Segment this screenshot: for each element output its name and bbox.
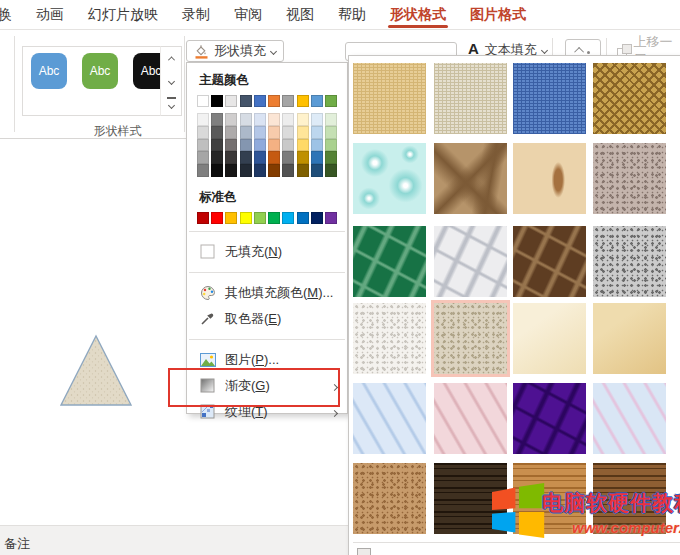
variant-color-6-4[interactable]: [282, 164, 294, 177]
variant-color-8-0[interactable]: [311, 113, 323, 126]
variant-color-7-1[interactable]: [297, 126, 309, 139]
variant-color-0-4[interactable]: [197, 164, 209, 177]
texture-tile-oak[interactable]: [513, 463, 586, 534]
texture-tile-fish-fossil[interactable]: [513, 143, 586, 214]
fill-menu-item-picture[interactable]: 图片(P)...: [187, 347, 347, 373]
variant-color-8-1[interactable]: [311, 126, 323, 139]
variant-color-9-2[interactable]: [325, 139, 337, 152]
theme-color-6[interactable]: [282, 95, 294, 107]
standard-color-2[interactable]: [225, 212, 237, 224]
texture-tile-papyrus[interactable]: [353, 63, 426, 134]
theme-color-5[interactable]: [268, 95, 280, 107]
variant-color-4-3[interactable]: [254, 151, 266, 164]
theme-color-4[interactable]: [254, 95, 266, 107]
standard-color-3[interactable]: [240, 212, 252, 224]
gallery-scroll-down-button[interactable]: [161, 70, 181, 93]
menu-tab-5[interactable]: 视图: [274, 0, 326, 30]
variant-color-2-1[interactable]: [225, 126, 237, 139]
theme-color-9[interactable]: [325, 95, 337, 107]
variant-color-8-3[interactable]: [311, 151, 323, 164]
menu-tab-4[interactable]: 审阅: [222, 0, 274, 30]
variant-color-1-3[interactable]: [211, 151, 223, 164]
theme-color-7[interactable]: [297, 95, 309, 107]
standard-color-4[interactable]: [254, 212, 266, 224]
standard-color-9[interactable]: [325, 212, 337, 224]
texture-tile-parchment[interactable]: [513, 303, 586, 374]
variant-color-8-2[interactable]: [311, 139, 323, 152]
texture-tile-woven-mat[interactable]: [593, 63, 666, 134]
texture-tile-walnut[interactable]: [434, 463, 507, 534]
variant-color-5-0[interactable]: [268, 113, 280, 126]
shape-fill-button[interactable]: 形状填充: [186, 40, 284, 62]
fill-menu-item-eyedropper[interactable]: 取色器(E): [187, 306, 347, 332]
menu-tab-0[interactable]: 换: [0, 0, 24, 30]
variant-color-9-0[interactable]: [325, 113, 337, 126]
variant-color-4-4[interactable]: [254, 164, 266, 177]
texture-tile-denim[interactable]: [513, 63, 586, 134]
texture-tile-white-marble[interactable]: [434, 226, 507, 297]
texture-tile-pink-tissue-paper[interactable]: [434, 383, 507, 454]
variant-color-7-4[interactable]: [297, 164, 309, 177]
texture-tile-cork[interactable]: [353, 463, 426, 534]
variant-color-7-3[interactable]: [297, 151, 309, 164]
texture-tile-granite[interactable]: [593, 226, 666, 297]
variant-color-1-0[interactable]: [211, 113, 223, 126]
variant-color-2-3[interactable]: [225, 151, 237, 164]
texture-tile-sand[interactable]: [593, 143, 666, 214]
shape-style-preset-1[interactable]: Abc: [82, 53, 118, 89]
variant-color-1-2[interactable]: [211, 139, 223, 152]
variant-color-2-0[interactable]: [225, 113, 237, 126]
theme-color-1[interactable]: [211, 95, 223, 107]
fill-menu-item-palette[interactable]: 其他填充颜色(M)...: [187, 280, 347, 306]
theme-color-0[interactable]: [197, 95, 209, 107]
gallery-more-button[interactable]: [161, 92, 181, 115]
variant-color-6-1[interactable]: [282, 126, 294, 139]
variant-color-7-0[interactable]: [297, 113, 309, 126]
texture-tile-water-droplets[interactable]: [353, 143, 426, 214]
menu-tab-2[interactable]: 幻灯片放映: [76, 0, 170, 30]
variant-color-6-2[interactable]: [282, 139, 294, 152]
variant-color-2-2[interactable]: [225, 139, 237, 152]
variant-color-1-1[interactable]: [211, 126, 223, 139]
triangle-shape[interactable]: [58, 333, 134, 413]
variant-color-4-1[interactable]: [254, 126, 266, 139]
variant-color-4-2[interactable]: [254, 139, 266, 152]
variant-color-1-4[interactable]: [211, 164, 223, 177]
standard-color-7[interactable]: [297, 212, 309, 224]
texture-tile-blue-tissue-paper[interactable]: [353, 383, 426, 454]
texture-tile-purple-mesh[interactable]: [513, 383, 586, 454]
gallery-scroll-up-button[interactable]: [161, 47, 181, 70]
theme-color-2[interactable]: [225, 95, 237, 107]
variant-color-0-3[interactable]: [197, 151, 209, 164]
variant-color-7-2[interactable]: [297, 139, 309, 152]
variant-color-3-3[interactable]: [240, 151, 252, 164]
texture-tile-newsprint[interactable]: [353, 303, 426, 374]
variant-color-6-3[interactable]: [282, 151, 294, 164]
variant-color-3-4[interactable]: [240, 164, 252, 177]
texture-tile-brown-marble[interactable]: [513, 226, 586, 297]
variant-color-4-0[interactable]: [254, 113, 266, 126]
fill-menu-item-no-fill[interactable]: 无填充(N): [187, 239, 347, 265]
variant-color-6-0[interactable]: [282, 113, 294, 126]
fill-menu-item-gradient[interactable]: 渐变(G): [187, 373, 347, 399]
variant-color-3-2[interactable]: [240, 139, 252, 152]
texture-tile-recycled-paper[interactable]: [434, 303, 507, 374]
variant-color-0-0[interactable]: [197, 113, 209, 126]
variant-color-0-2[interactable]: [197, 139, 209, 152]
texture-tile-paper-bag[interactable]: [434, 143, 507, 214]
variant-color-5-4[interactable]: [268, 164, 280, 177]
variant-color-0-1[interactable]: [197, 126, 209, 139]
texture-tile-green-marble[interactable]: [353, 226, 426, 297]
variant-color-8-4[interactable]: [311, 164, 323, 177]
variant-color-5-2[interactable]: [268, 139, 280, 152]
standard-color-6[interactable]: [282, 212, 294, 224]
standard-color-0[interactable]: [197, 212, 209, 224]
menu-tab-1[interactable]: 动画: [24, 0, 76, 30]
variant-color-3-1[interactable]: [240, 126, 252, 139]
standard-color-1[interactable]: [211, 212, 223, 224]
variant-color-2-4[interactable]: [225, 164, 237, 177]
texture-tile-medium-wood[interactable]: [593, 463, 666, 534]
texture-tile-bouquet[interactable]: [593, 383, 666, 454]
menu-tab-3[interactable]: 录制: [170, 0, 222, 30]
standard-color-8[interactable]: [311, 212, 323, 224]
